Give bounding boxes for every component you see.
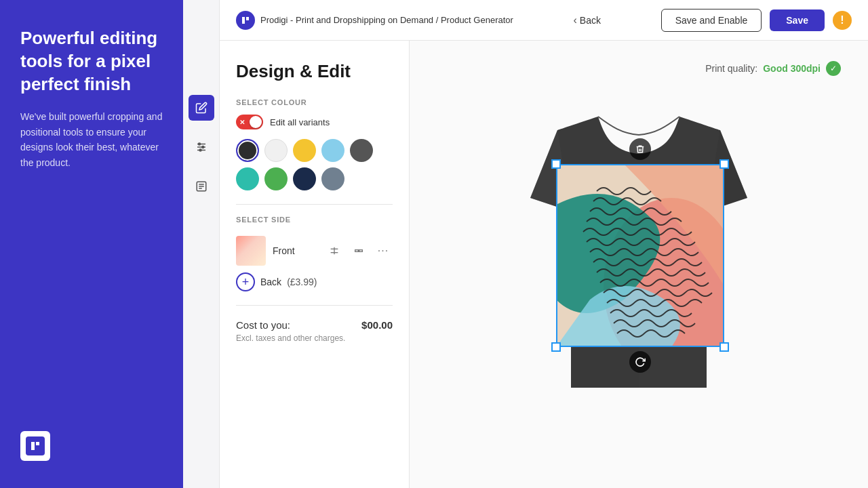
back-label: Back	[580, 15, 601, 26]
svg-rect-14	[355, 250, 359, 252]
toggle-x-icon: ✕	[239, 119, 245, 126]
design-frame	[556, 164, 724, 347]
icon-nav	[183, 0, 220, 488]
delete-handle[interactable]	[629, 138, 651, 160]
side-align-icon[interactable]	[325, 241, 344, 260]
corner-tr[interactable]	[719, 159, 729, 169]
colour-swatch-yellow[interactable]	[293, 139, 316, 162]
toggle-label: Edit all variants	[270, 117, 330, 127]
quality-check-icon: ✓	[826, 61, 841, 76]
back-button[interactable]: ‹ Back	[574, 14, 601, 26]
topbar-logo	[236, 11, 255, 30]
panel-left: Design & Edit SELECT COLOUR ✕ Edit all v…	[220, 41, 410, 488]
sidebar: Powerful editing tools for a pixel perfe…	[0, 0, 183, 488]
main-content: Prodigi - Print and Dropshipping on Dema…	[220, 0, 868, 488]
select-colour-label: SELECT COLOUR	[236, 98, 393, 106]
side-icons: ···	[325, 241, 393, 260]
back-chevron-icon: ‹	[574, 14, 577, 26]
cost-row: Cost to you: $00.00	[236, 319, 393, 331]
content-area: Design & Edit SELECT COLOUR ✕ Edit all v…	[220, 41, 868, 488]
quality-label: Print quality:	[705, 63, 757, 74]
colour-swatch-teal[interactable]	[236, 167, 259, 190]
side-name-front: Front	[273, 245, 318, 256]
add-side-price: (£3.99)	[287, 277, 317, 287]
corner-tl[interactable]	[551, 159, 561, 169]
save-enable-button[interactable]: Save and Enable	[661, 9, 762, 32]
quality-badge: Print quality: Good 300dpi ✓	[705, 61, 841, 76]
svg-point-5	[201, 146, 203, 148]
quality-value: Good 300dpi	[763, 63, 821, 74]
sidebar-body: We've built powerful cropping and positi…	[20, 109, 163, 170]
svg-rect-0	[26, 436, 45, 455]
save-button[interactable]: Save	[770, 9, 825, 31]
add-side-icon: +	[236, 272, 255, 291]
topbar-title: Prodigi - Print and Dropshipping on Dema…	[260, 15, 513, 25]
preview-area: Print quality: Good 300dpi ✓	[410, 41, 868, 488]
colour-grid	[236, 139, 393, 190]
svg-point-6	[199, 149, 201, 151]
add-side-label: Back	[260, 277, 281, 287]
toggle-knob	[250, 116, 262, 128]
nav-list[interactable]	[189, 174, 214, 199]
colour-section: SELECT COLOUR ✕ Edit all variants	[236, 98, 393, 190]
rotate-handle[interactable]	[629, 351, 651, 373]
side-scale-icon[interactable]	[349, 241, 368, 260]
cost-label: Cost to you:	[236, 319, 290, 331]
colour-swatch-light-blue[interactable]	[321, 139, 344, 162]
tshirt-preview	[503, 89, 774, 415]
cost-section: Cost to you: $00.00 Excl. taxes and othe…	[236, 319, 393, 343]
sidebar-headline: Powerful editing tools for a pixel perfe…	[20, 27, 163, 96]
cost-note: Excl. taxes and other charges.	[236, 333, 393, 343]
side-row-front: Front	[236, 232, 393, 270]
corner-br[interactable]	[719, 342, 729, 352]
divider-1	[236, 204, 393, 205]
colour-swatch-black[interactable]	[236, 139, 259, 162]
cost-value: $00.00	[361, 319, 393, 331]
warning-icon: !	[833, 11, 852, 30]
panel-title: Design & Edit	[236, 61, 393, 82]
colour-swatch-navy[interactable]	[293, 167, 316, 190]
add-back-side[interactable]: + Back (£3.99)	[236, 270, 393, 294]
nav-sliders[interactable]	[189, 134, 214, 160]
select-side-label: SELECT SIDE	[236, 216, 393, 224]
divider-2	[236, 305, 393, 306]
colour-swatch-slate[interactable]	[321, 167, 344, 190]
side-thumb-front	[236, 236, 266, 266]
topbar: Prodigi - Print and Dropshipping on Dema…	[220, 0, 868, 41]
sidebar-logo	[20, 431, 50, 461]
corner-bl[interactable]	[551, 342, 561, 352]
colour-swatch-green[interactable]	[264, 167, 288, 190]
topbar-brand: Prodigi - Print and Dropshipping on Dema…	[236, 11, 513, 30]
side-more-icon[interactable]: ···	[374, 241, 393, 260]
edit-variants-toggle[interactable]: ✕	[236, 115, 263, 129]
colour-swatch-white[interactable]	[264, 139, 288, 162]
svg-rect-15	[359, 250, 363, 252]
colour-swatch-dark-gray[interactable]	[350, 139, 373, 162]
side-section: SELECT SIDE Front	[236, 216, 393, 294]
nav-pencil[interactable]	[189, 95, 214, 121]
toggle-row: ✕ Edit all variants	[236, 115, 393, 129]
design-overlay[interactable]	[556, 164, 724, 347]
svg-point-4	[198, 143, 200, 145]
